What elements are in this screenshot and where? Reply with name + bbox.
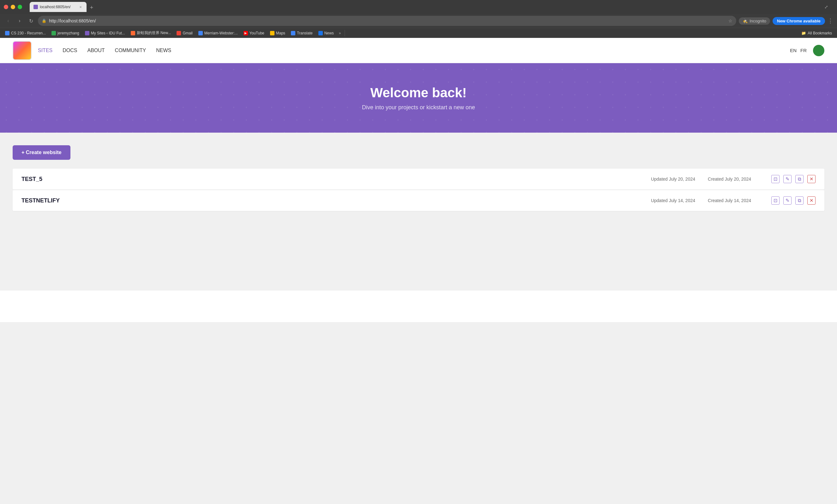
site-created-date: Created July 20, 2024 xyxy=(708,177,751,182)
bookmark-label: CS 230 - Recurren... xyxy=(11,31,46,35)
site-nav: SITES DOCS ABOUT COMMUNITY NEWS EN FR xyxy=(0,38,837,63)
bookmark-label: Merriam-Webster:... xyxy=(204,31,238,35)
site-edit-button[interactable]: ✎ xyxy=(783,196,791,205)
bookmark-favicon: ▶ xyxy=(244,31,248,35)
lang-en-button[interactable]: EN xyxy=(790,48,797,53)
forward-button[interactable]: › xyxy=(15,16,24,25)
new-chrome-button[interactable]: New Chrome available xyxy=(772,17,825,25)
site-card-test5: TEST_5 Updated July 20, 2024 Created Jul… xyxy=(13,169,824,190)
site-copy-button[interactable]: ⧉ xyxy=(795,196,803,205)
site-copy-button[interactable]: ⧉ xyxy=(795,175,803,183)
site-created-date: Created July 14, 2024 xyxy=(708,198,751,203)
bookmark-minecraft[interactable]: 新蛙我的世界 New... xyxy=(128,29,174,37)
bookmark-jeremyzhang[interactable]: jeremyzhang xyxy=(49,30,82,36)
incognito-label: Incognito xyxy=(749,19,766,23)
bookmark-merriam[interactable]: Merriam-Webster:... xyxy=(196,30,241,36)
site-edit-button[interactable]: ✎ xyxy=(783,175,791,183)
bookmark-youtube[interactable]: ▶ YouTube xyxy=(241,30,267,36)
maximize-traffic-light[interactable] xyxy=(18,5,22,9)
create-website-button[interactable]: + Create website xyxy=(13,145,70,160)
lang-fr-button[interactable]: FR xyxy=(800,48,807,53)
bookmark-label: My Sites ‹ IDU Fut... xyxy=(91,31,125,35)
language-switcher: EN FR xyxy=(790,48,807,53)
bookmark-favicon xyxy=(52,31,56,35)
close-traffic-light[interactable] xyxy=(4,5,8,9)
traffic-lights xyxy=(4,5,22,9)
all-bookmarks-button[interactable]: 📁 All Bookmarks xyxy=(799,30,835,36)
bookmark-star-button[interactable]: ☆ xyxy=(728,18,732,23)
nav-link-sites[interactable]: SITES xyxy=(38,48,52,53)
tab-close-button[interactable]: ✕ xyxy=(78,5,83,9)
bookmark-favicon xyxy=(198,31,203,35)
site-nav-links: SITES DOCS ABOUT COMMUNITY NEWS xyxy=(38,48,790,53)
hero-title: Welcome back! xyxy=(370,85,466,101)
bookmark-mysites[interactable]: My Sites ‹ IDU Fut... xyxy=(83,30,128,36)
minimize-traffic-light[interactable] xyxy=(11,5,15,9)
toolbar-actions: 🕵 Incognito New Chrome available ⋮ xyxy=(739,17,833,25)
more-bookmarks-button[interactable]: » xyxy=(337,30,343,36)
bookmark-favicon xyxy=(131,31,135,35)
bookmark-label: YouTube xyxy=(250,31,264,35)
bookmark-cs230[interactable]: CS 230 - Recurren... xyxy=(2,30,48,36)
site-logo[interactable] xyxy=(13,41,32,60)
main-content: + Create website TEST_5 Updated July 20,… xyxy=(0,133,837,290)
site-list: TEST_5 Updated July 20, 2024 Created Jul… xyxy=(13,169,824,211)
bookmark-translate[interactable]: Translate xyxy=(288,30,315,36)
tab-bar: localhost:6805/en/ ✕ + xyxy=(27,2,819,12)
site-updated-date: Updated July 14, 2024 xyxy=(651,198,695,203)
site-meta: Updated July 20, 2024 Created July 20, 2… xyxy=(85,175,816,183)
site-name: TESTNETLIFY xyxy=(21,197,85,204)
browser-menu-button[interactable]: ⋮ xyxy=(827,17,833,24)
bookmarks-bar: CS 230 - Recurren... jeremyzhang My Site… xyxy=(0,28,837,38)
bookmark-gmail[interactable]: Gmail xyxy=(174,30,195,36)
bookmark-label: Maps xyxy=(276,31,285,35)
restore-window-button[interactable]: ⤢ xyxy=(822,2,831,11)
tab-bar-extra: ⤢ xyxy=(822,2,833,11)
tab-favicon xyxy=(34,5,38,9)
active-tab[interactable]: localhost:6805/en/ ✕ xyxy=(30,2,87,12)
all-bookmarks-label: All Bookmarks xyxy=(808,31,832,35)
site-name: TEST_5 xyxy=(21,176,85,182)
site-view-button[interactable]: ⊡ xyxy=(771,196,780,205)
browser-toolbar: ‹ › ↻ 🔒 http://localhost:6805/en/ ☆ 🕵 In… xyxy=(0,14,837,28)
site-updated-date: Updated July 20, 2024 xyxy=(651,177,695,182)
site-actions: ⊡ ✎ ⧉ ✕ xyxy=(771,175,816,183)
nav-link-docs[interactable]: DOCS xyxy=(63,48,77,53)
address-text: http://localhost:6805/en/ xyxy=(49,18,726,23)
bookmark-favicon xyxy=(177,31,181,35)
nav-link-news[interactable]: NEWS xyxy=(156,48,171,53)
bookmark-favicon xyxy=(85,31,89,35)
bookmark-news[interactable]: News xyxy=(316,30,336,36)
lock-icon: 🔒 xyxy=(42,19,47,23)
user-avatar[interactable] xyxy=(813,45,824,56)
hero-section: Welcome back! Dive into your projects or… xyxy=(0,63,837,133)
site-delete-button[interactable]: ✕ xyxy=(807,196,816,205)
reload-button[interactable]: ↻ xyxy=(26,16,35,25)
bookmarks-folder-icon: 📁 xyxy=(801,31,806,35)
bookmark-favicon xyxy=(318,31,323,35)
browser-frame: localhost:6805/en/ ✕ + ⤢ ‹ › ↻ 🔒 http://… xyxy=(0,0,837,38)
back-button[interactable]: ‹ xyxy=(4,16,13,25)
bookmark-label: 新蛙我的世界 New... xyxy=(137,30,171,36)
incognito-icon: 🕵 xyxy=(743,19,748,23)
address-bar[interactable]: 🔒 http://localhost:6805/en/ ☆ xyxy=(38,16,736,26)
bookmark-favicon xyxy=(270,31,274,35)
nav-link-community[interactable]: COMMUNITY xyxy=(115,48,146,53)
bookmark-label: jeremyzhang xyxy=(57,31,79,35)
site-meta: Updated July 14, 2024 Created July 14, 2… xyxy=(85,196,816,205)
bookmarks-separator xyxy=(344,30,345,36)
bookmark-label: Translate xyxy=(297,31,313,35)
site-view-button[interactable]: ⊡ xyxy=(771,175,780,183)
site-actions: ⊡ ✎ ⧉ ✕ xyxy=(771,196,816,205)
incognito-button[interactable]: 🕵 Incognito xyxy=(739,17,770,25)
bookmark-maps[interactable]: Maps xyxy=(268,30,288,36)
new-tab-button[interactable]: + xyxy=(87,3,96,12)
bookmark-label: Gmail xyxy=(182,31,192,35)
website-content: SITES DOCS ABOUT COMMUNITY NEWS EN FR We… xyxy=(0,38,837,322)
hero-subtitle: Dive into your projects or kickstart a n… xyxy=(362,104,475,111)
nav-link-about[interactable]: ABOUT xyxy=(87,48,105,53)
site-delete-button[interactable]: ✕ xyxy=(807,175,816,183)
site-card-testnetlify: TESTNETLIFY Updated July 14, 2024 Create… xyxy=(13,190,824,211)
bookmark-favicon xyxy=(5,31,10,35)
bookmark-favicon xyxy=(291,31,295,35)
